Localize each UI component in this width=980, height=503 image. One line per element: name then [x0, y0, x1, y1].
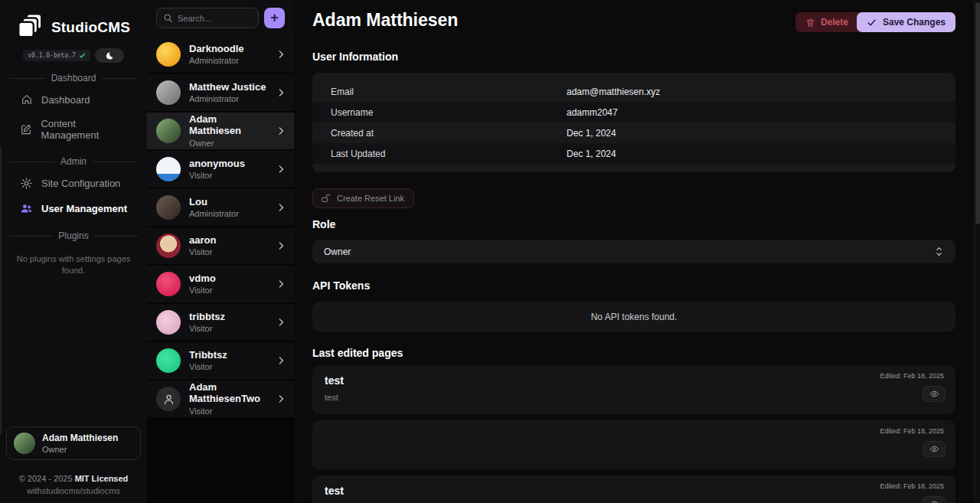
section-label-dashboard: Dashboard — [9, 73, 138, 83]
app-title: StudioCMS — [51, 19, 130, 36]
person-icon — [162, 393, 175, 406]
search-input[interactable] — [178, 14, 247, 23]
chevron-right-icon — [276, 279, 286, 289]
trash-icon — [805, 18, 815, 28]
chevron-up-down-icon — [934, 246, 944, 257]
sidebar-item-user-management[interactable]: User Management — [6, 197, 141, 220]
current-user-card[interactable]: Adam Matthiesen Owner — [6, 426, 141, 460]
sidebar-item-label: Site Configuration — [41, 178, 120, 189]
chevron-right-icon — [276, 87, 286, 98]
page-card: test test Edited: Feb 18, 2025 — [312, 365, 956, 414]
api-tokens-panel: No API tokens found. — [312, 302, 956, 332]
view-page-button[interactable] — [923, 441, 946, 457]
last-edited-pages-heading: Last edited pages — [312, 347, 956, 359]
sidebar-item-label: Dashboard — [41, 94, 90, 106]
user-information-table: Email adam@matthiesen.xyz Username adamm… — [312, 73, 956, 172]
page-card: test test Edited: Feb 18, 2025 — [312, 475, 956, 503]
avatar — [156, 234, 181, 258]
view-page-button[interactable] — [923, 496, 946, 503]
page-edited-date: Edited: Feb 18, 2025 — [880, 372, 944, 380]
current-user-name: Adam Matthiesen — [42, 433, 118, 443]
avatar — [156, 119, 181, 143]
chevron-right-icon — [276, 164, 286, 175]
repo-link[interactable]: withstudiocms/studiocms — [27, 486, 120, 495]
chevron-right-icon — [276, 202, 286, 213]
sidebar-item-content-management[interactable]: Content Management — [6, 113, 141, 146]
edit-icon — [20, 123, 32, 136]
delete-button[interactable]: Delete — [795, 12, 864, 32]
chevron-right-icon — [276, 126, 286, 136]
role-heading: Role — [312, 218, 956, 230]
avatar — [156, 42, 181, 67]
home-icon — [20, 93, 33, 106]
user-list-item-adam-matthiesentwo[interactable]: Adam MatthiesenTwoVisitor — [147, 381, 294, 419]
section-label-admin: Admin — [9, 156, 138, 167]
avatar — [156, 387, 181, 411]
user-list-item-tribbtsz[interactable]: tribbtszVisitor — [147, 304, 294, 342]
sidebar: StudioCMS v0.1.0-beta.7 Dashboard Dashbo… — [0, 0, 147, 503]
moon-icon — [105, 51, 114, 60]
users-icon — [20, 202, 33, 215]
gear-icon — [20, 177, 33, 190]
table-row: Last Updated Dec 1, 2024 — [312, 143, 956, 164]
user-list-item-matthew-justice[interactable]: Matthew JusticeAdministrator — [147, 74, 294, 113]
avatar — [156, 80, 181, 105]
scrollbar-thumb[interactable] — [975, 2, 980, 224]
user-list-item-adam-matthiesen[interactable]: Adam MatthiesenOwner — [147, 113, 294, 151]
eye-icon — [929, 389, 939, 399]
create-reset-link-button[interactable]: Create Reset Link — [312, 188, 414, 208]
sidebar-scrollbar[interactable] — [0, 147, 2, 434]
sidebar-item-site-configuration[interactable]: Site Configuration — [6, 171, 141, 195]
user-list-item-lou[interactable]: LouAdministrator — [147, 189, 294, 227]
page-title-text: test — [325, 485, 943, 497]
version-badge: v0.1.0-beta.7 — [23, 50, 90, 61]
current-user-role: Owner — [42, 445, 118, 454]
avatar — [156, 272, 181, 296]
main-content: Adam Matthiesen Delete Save Changes User… — [294, 0, 980, 503]
page-description: test — [325, 393, 943, 402]
view-page-button[interactable] — [923, 386, 946, 402]
plugins-empty-text: No plugins with settings pages found. — [15, 253, 132, 276]
role-selected-value: Owner — [324, 247, 351, 257]
add-user-button[interactable]: + — [264, 8, 285, 28]
version-check-icon — [79, 52, 86, 59]
user-list-item-anonymous[interactable]: anonymousVisitor — [147, 151, 294, 189]
user-list-item-aaron[interactable]: aaronVisitor — [147, 227, 294, 266]
unlock-icon — [320, 193, 331, 204]
page-card: Edited: Feb 18, 2025 — [312, 420, 956, 469]
page-title-text: test — [325, 374, 943, 387]
table-row: Created at Dec 1, 2024 — [312, 122, 956, 143]
sidebar-item-label: User Management — [41, 203, 127, 214]
user-list-item-tribbtsz-2[interactable]: TribbtszVisitor — [147, 342, 294, 381]
user-information-heading: User Information — [312, 51, 956, 63]
app-logo: StudioCMS — [17, 12, 130, 43]
search-box[interactable] — [156, 8, 259, 28]
copyright-text: © 2024 - 2025 MIT Licensed — [19, 474, 129, 483]
save-changes-button[interactable]: Save Changes — [857, 12, 956, 32]
user-list-item-darknoodle[interactable]: DarknoodleAdministrator — [147, 36, 294, 74]
section-label-plugins: Plugins — [9, 230, 138, 241]
main-scrollbar[interactable] — [974, 0, 980, 503]
check-icon — [867, 18, 877, 28]
api-tokens-empty-text: No API tokens found. — [591, 312, 678, 322]
sidebar-item-dashboard[interactable]: Dashboard — [6, 88, 141, 111]
chevron-right-icon — [276, 317, 286, 328]
user-list-item-vdmo[interactable]: vdmoVisitor — [147, 266, 294, 304]
api-tokens-heading: API Tokens — [312, 279, 956, 292]
role-select[interactable]: Owner — [312, 240, 956, 263]
user-list-panel: + DarknoodleAdministrator Matthew Justic… — [147, 0, 294, 503]
table-row: Email adam@matthiesen.xyz — [312, 81, 956, 102]
page-title: Adam Matthiesen — [312, 10, 458, 31]
table-row: Username adamm2047 — [312, 102, 956, 122]
page-edited-date: Edited: Feb 18, 2025 — [880, 427, 944, 435]
chevron-right-icon — [276, 394, 286, 404]
studiocms-logo-icon — [17, 12, 44, 43]
theme-toggle-button[interactable] — [95, 48, 124, 63]
avatar — [156, 157, 181, 181]
chevron-right-icon — [276, 240, 286, 251]
avatar — [14, 433, 35, 454]
eye-icon — [929, 499, 939, 503]
chevron-right-icon — [276, 49, 286, 60]
chevron-right-icon — [276, 355, 286, 366]
avatar — [156, 310, 181, 335]
